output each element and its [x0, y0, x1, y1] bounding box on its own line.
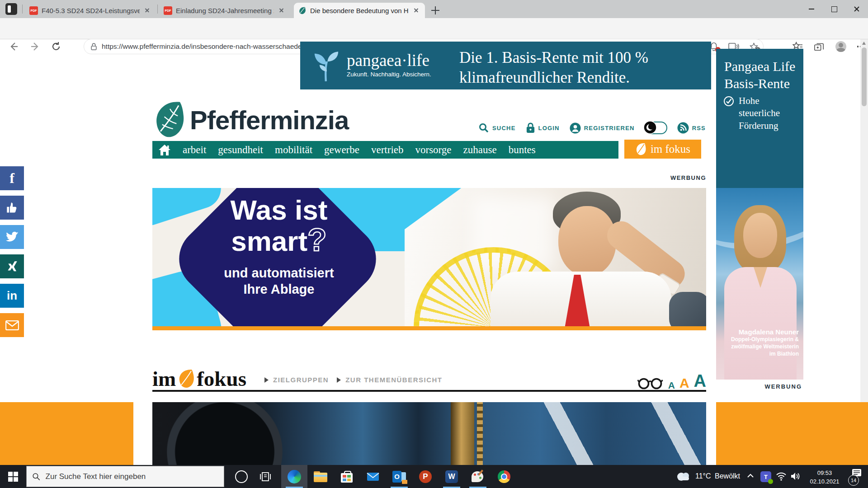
taskbar-paint-button[interactable]: [465, 465, 491, 488]
nav-item-arbeit[interactable]: arbeit: [177, 144, 212, 156]
pangaea-sidebar-ad[interactable]: Pangaea Life Basis-Rente Hohe steuerlich…: [716, 49, 803, 380]
page-lock-icon[interactable]: [90, 42, 97, 51]
paint-icon: [472, 470, 484, 483]
sidebar-ad-title1: Pangaea Life: [724, 58, 795, 75]
refresh-icon[interactable]: [51, 41, 61, 52]
clock-time: 09:53: [806, 469, 844, 478]
share-twitter-button[interactable]: [0, 225, 24, 249]
tray-chevron-icon[interactable]: [747, 473, 754, 479]
scrollbar-thumb[interactable]: [862, 47, 867, 106]
close-button[interactable]: [845, 0, 868, 18]
share-xing-button[interactable]: [0, 254, 24, 278]
main-ad-banner[interactable]: Was ist smart? und automatisiert Ihre Ab…: [152, 188, 706, 330]
article-hero-image[interactable]: [152, 402, 706, 465]
start-button[interactable]: [8, 472, 18, 482]
tab-actions-icon[interactable]: [5, 3, 17, 15]
nav-item-buntes[interactable]: buntes: [503, 144, 542, 156]
user-icon: [570, 122, 581, 134]
login-button[interactable]: LOGIN: [526, 122, 560, 133]
man-face: [558, 206, 616, 276]
powerpoint-icon: P: [419, 470, 432, 483]
nav-im-fokus-button[interactable]: im fokus: [624, 140, 701, 159]
nav-item-gewerbe[interactable]: gewerbe: [318, 144, 365, 156]
taskbar-word-button[interactable]: W: [439, 465, 465, 488]
nav-item-mobilitaet[interactable]: mobilität: [269, 144, 318, 156]
xing-icon: [6, 260, 18, 273]
share-email-button[interactable]: [0, 313, 24, 337]
orange-leaf-icon: [177, 368, 196, 389]
ad-line1: Was ist: [189, 196, 369, 224]
tab-close-icon[interactable]: [278, 6, 286, 14]
glasses-icon[interactable]: [637, 376, 664, 389]
tab-pdf-2[interactable]: PDF Einladung SD24-Jahresmeeting 2: [159, 3, 290, 18]
like-button[interactable]: [0, 196, 24, 220]
back-icon[interactable]: [8, 41, 19, 52]
register-button[interactable]: REGISTRIEREN: [570, 122, 635, 134]
werbung-label-sidebar: WERBUNG: [716, 383, 802, 390]
tab-separator: [22, 5, 23, 14]
taskbar-powerpoint-button[interactable]: P: [412, 465, 439, 488]
profile-avatar[interactable]: [835, 41, 846, 52]
wifi-icon[interactable]: [776, 472, 787, 481]
font-size-small-button[interactable]: A: [668, 380, 675, 391]
taskbar-explorer-button[interactable]: [307, 465, 334, 488]
link-zielgruppen[interactable]: ZIELGRUPPEN: [273, 376, 329, 384]
font-size-large-button[interactable]: A: [694, 371, 706, 391]
taskbar-clock[interactable]: 09:53 02.10.2021: [806, 469, 844, 486]
pangaea-tagline: Zukunft. Nachhaltig. Absichern.: [347, 71, 431, 78]
rss-button[interactable]: RSS: [677, 122, 706, 134]
site-logo-text[interactable]: Pfefferminzia: [190, 105, 349, 135]
taskbar-edge-button[interactable]: [281, 465, 307, 488]
pangaea-top-banner-ad[interactable]: pangaea·life Zukunft. Nachhaltig. Absich…: [300, 42, 711, 89]
search-button[interactable]: SUCHE: [478, 122, 516, 133]
chrome-icon: [498, 470, 510, 483]
share-facebook-button[interactable]: f: [0, 166, 24, 190]
sidebar-ad-person-desc3: im Biathlon: [716, 350, 799, 357]
word-icon: W: [445, 470, 458, 483]
minimize-button[interactable]: [800, 0, 823, 18]
right-ad-rail[interactable]: [716, 402, 868, 465]
taskbar-chrome-button[interactable]: [491, 465, 517, 488]
dark-mode-toggle[interactable]: [645, 122, 667, 134]
tab-pdf-1[interactable]: PDF F40-5.3 SD24 SD24-Leistungsver: [25, 3, 156, 18]
scroll-up-icon[interactable]: [862, 42, 866, 45]
linkedin-icon: in: [7, 289, 17, 303]
forward-icon[interactable]: [30, 41, 41, 52]
nav-home-button[interactable]: [152, 141, 177, 159]
mail-icon: [367, 471, 379, 482]
cortana-button[interactable]: [228, 465, 255, 488]
taskbar-outlook-button[interactable]: O: [386, 465, 412, 488]
sidebar-ad-title2: Basis-Rente: [724, 75, 795, 92]
taskbar-search-input[interactable]: [45, 472, 218, 482]
pangaea-logo-text: pangaea·life: [347, 51, 431, 70]
taskbar-search[interactable]: [26, 466, 224, 487]
action-center-button[interactable]: 14: [852, 469, 862, 479]
taskbar-mail-button[interactable]: [360, 465, 386, 488]
weather-temp[interactable]: 11°C: [695, 472, 711, 480]
teams-tray-icon[interactable]: T: [760, 471, 771, 482]
tab-active-pfefferminzia[interactable]: Die besondere Bedeutung von H: [294, 3, 425, 18]
share-linkedin-button[interactable]: in: [0, 284, 24, 308]
font-size-medium-button[interactable]: A: [679, 375, 689, 391]
ad-cyan-corner: [405, 188, 462, 230]
tab-close-icon[interactable]: [143, 6, 151, 14]
new-tab-button[interactable]: [430, 5, 440, 15]
page-scrollbar[interactable]: [860, 39, 868, 465]
maximize-button[interactable]: [823, 0, 845, 18]
task-view-button[interactable]: [252, 465, 278, 488]
taskbar-store-button[interactable]: [334, 465, 360, 488]
register-label: REGISTRIEREN: [584, 125, 635, 131]
nav-item-zuhause[interactable]: zuhause: [458, 144, 503, 156]
nav-item-vertrieb[interactable]: vertrieb: [365, 144, 410, 156]
collections-icon[interactable]: [814, 42, 825, 52]
left-ad-rail[interactable]: [0, 402, 133, 465]
arrow-icon: [264, 377, 269, 383]
tab-close-icon[interactable]: [412, 6, 420, 14]
nav-item-gesundheit[interactable]: gesundheit: [212, 144, 269, 156]
link-themenuebersicht[interactable]: ZUR THEMENÜBERSICHT: [345, 376, 442, 384]
tab-title: Einladung SD24-Jahresmeeting 2: [176, 7, 274, 14]
weather-condition[interactable]: Bewölkt: [715, 472, 740, 480]
nav-item-vorsorge[interactable]: vorsorge: [410, 144, 458, 156]
speaker-icon[interactable]: [790, 472, 801, 481]
weather-cloud-icon[interactable]: [675, 470, 692, 482]
